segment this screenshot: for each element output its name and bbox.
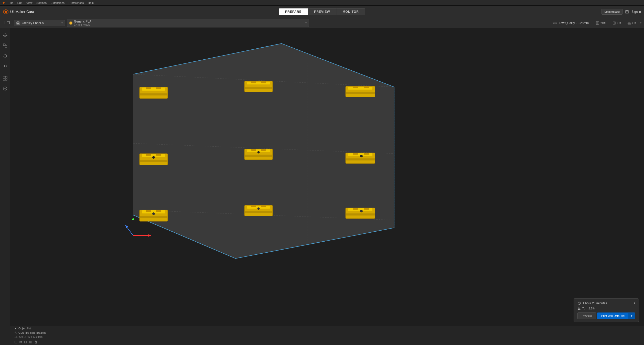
svg-point-53 xyxy=(152,156,155,159)
view-3d-icon[interactable]: ⊡ xyxy=(14,340,17,344)
octoprint-label: Print with OctoPrint xyxy=(601,314,625,317)
menu-help[interactable]: Help xyxy=(88,1,94,4)
svg-rect-55 xyxy=(156,154,161,156)
printer-icon xyxy=(16,21,20,25)
svg-rect-22 xyxy=(3,76,5,78)
svg-rect-43 xyxy=(251,81,256,83)
svg-rect-39 xyxy=(156,87,161,89)
svg-rect-44 xyxy=(261,81,266,83)
rotate-tool-button[interactable] xyxy=(1,51,10,60)
svg-rect-76 xyxy=(244,211,273,213)
svg-rect-79 xyxy=(261,205,266,207)
object-list-label: Object list xyxy=(18,327,31,330)
menu-logo: ◈ xyxy=(3,1,5,4)
svg-rect-58 xyxy=(244,155,273,157)
printer-selector[interactable]: Creality Ender-5 ▾ xyxy=(14,20,65,26)
octoprint-button[interactable]: Print with OctoPrint ▾ xyxy=(597,312,635,319)
svg-rect-61 xyxy=(261,149,266,151)
object-list-section: ▼ Object list ✎ CE5_led-strip-bracket 17… xyxy=(14,327,46,344)
svg-rect-72 xyxy=(146,210,151,212)
mirror-icon xyxy=(3,63,8,69)
merge-icon[interactable]: ⊟ xyxy=(24,340,27,344)
printer-chevron-icon: ▾ xyxy=(61,21,63,24)
move-tool-button[interactable] xyxy=(1,31,10,40)
infill-toggle[interactable]: 20% xyxy=(593,20,608,26)
delete-icon[interactable]: 🗑 xyxy=(34,340,38,344)
tab-monitor[interactable]: MONITOR xyxy=(337,8,365,15)
svg-rect-4 xyxy=(553,22,557,23)
object-list-header[interactable]: ▼ Object list xyxy=(14,327,46,330)
octoprint-dropdown-icon[interactable]: ▾ xyxy=(628,313,635,319)
menu-preferences[interactable]: Preferences xyxy=(69,1,84,4)
support-blocker-button[interactable] xyxy=(1,84,10,93)
svg-rect-36 xyxy=(142,88,165,91)
menu-file[interactable]: File xyxy=(9,1,13,4)
grid-icon-button[interactable]: ⊞ xyxy=(625,9,629,15)
svg-rect-38 xyxy=(146,87,151,89)
main-tabs: PREPARE PREVIEW MONITOR xyxy=(279,8,365,15)
app-logo-icon xyxy=(3,9,9,15)
svg-rect-70 xyxy=(139,216,168,218)
svg-rect-54 xyxy=(146,154,151,156)
svg-point-71 xyxy=(152,212,155,215)
menu-settings[interactable]: Settings xyxy=(36,1,47,4)
copy-icon[interactable]: ⧉ xyxy=(19,340,22,344)
support-icon xyxy=(612,21,616,25)
print-material-row: ⚖ 7g 2.29m xyxy=(577,306,635,310)
svg-rect-24 xyxy=(3,79,5,80)
svg-rect-84 xyxy=(353,208,358,210)
menu-edit[interactable]: Edit xyxy=(17,1,22,4)
build-plate-svg xyxy=(10,28,644,345)
support-toggle[interactable]: Off xyxy=(610,20,623,26)
svg-point-59 xyxy=(257,151,260,154)
menu-view[interactable]: View xyxy=(26,1,33,4)
svg-rect-66 xyxy=(353,153,358,155)
quality-button[interactable]: Low Quality - 0.28mm xyxy=(550,20,591,26)
infill-icon xyxy=(595,21,599,25)
material-chevron-icon: ▾ xyxy=(305,21,307,24)
svg-rect-78 xyxy=(251,205,256,207)
adhesion-value: Off xyxy=(632,21,636,25)
info-icon[interactable]: ℹ xyxy=(634,301,635,305)
logo-area: UltiMaker Cura xyxy=(3,9,34,15)
adhesion-chevron-icon: ▾ xyxy=(640,21,641,24)
material-sub: 0.4mm Nozzle xyxy=(74,23,91,26)
svg-rect-3 xyxy=(17,23,19,24)
svg-point-83 xyxy=(360,210,363,212)
svg-rect-85 xyxy=(364,208,369,210)
object-dimensions: 177.6 x 157.5 x 12.0 mm xyxy=(14,336,46,338)
mirror-tool-button[interactable] xyxy=(1,61,10,71)
svg-rect-52 xyxy=(139,160,168,162)
infill-value: 20% xyxy=(600,21,606,25)
weight-icon: ⚖ xyxy=(577,306,581,310)
tab-prepare[interactable]: PREPARE xyxy=(279,8,308,15)
material-name: Generic PLA xyxy=(74,20,91,23)
arrange-tool-button[interactable] xyxy=(1,74,10,83)
svg-marker-87 xyxy=(148,234,151,237)
adhesion-toggle[interactable]: Off xyxy=(625,20,638,26)
svg-marker-20 xyxy=(3,65,5,67)
svg-rect-5 xyxy=(553,23,556,24)
svg-marker-21 xyxy=(5,65,7,67)
svg-rect-23 xyxy=(5,76,7,78)
preview-button[interactable]: Preview xyxy=(577,312,596,319)
open-folder-button[interactable] xyxy=(3,19,12,27)
menu-extensions[interactable]: Extensions xyxy=(51,1,65,4)
marketplace-button[interactable]: Marketplace xyxy=(602,9,622,15)
print-time: 1 hour 20 minutes xyxy=(583,301,607,305)
tab-preview[interactable]: PREVIEW xyxy=(308,8,336,15)
print-length: 2.29m xyxy=(588,307,596,310)
group-icon[interactable]: ⊞ xyxy=(29,340,32,344)
svg-marker-89 xyxy=(132,218,134,220)
toolbar-right: Marketplace ⊞ Sign in xyxy=(602,9,641,15)
menu-bar: ◈ File Edit View Settings Extensions Pre… xyxy=(0,0,644,6)
svg-rect-17 xyxy=(5,46,7,47)
svg-rect-64 xyxy=(346,158,375,160)
sign-in-button[interactable]: Sign in xyxy=(631,10,641,14)
material-selector[interactable]: Generic PLA 0.4mm Nozzle ▾ xyxy=(67,19,309,27)
app-title: UltiMaker Cura xyxy=(10,10,34,14)
support-value: Off xyxy=(617,21,621,25)
object-action-icons: ⊡ ⧉ ⊟ ⊞ 🗑 xyxy=(14,340,46,344)
svg-marker-1 xyxy=(5,10,7,13)
scale-tool-button[interactable] xyxy=(1,41,10,50)
